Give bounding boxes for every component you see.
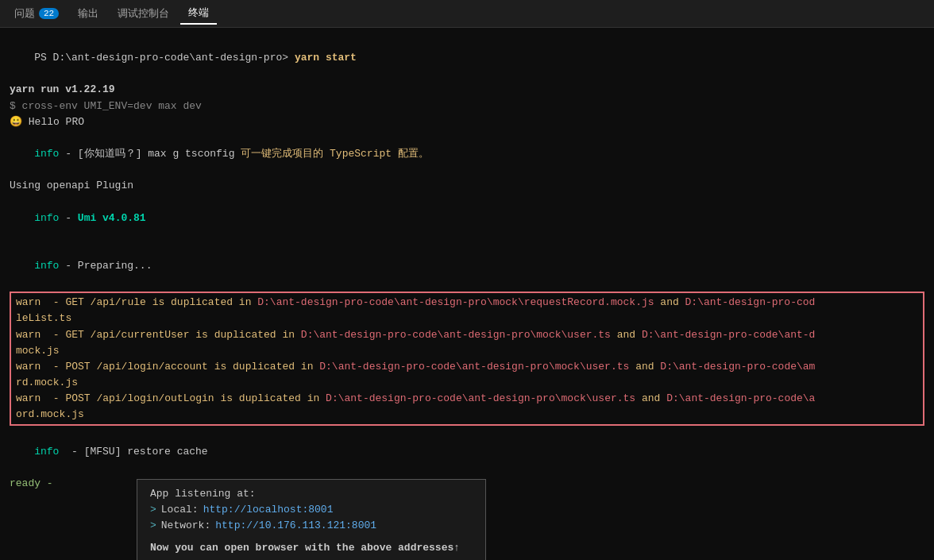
- warn-line: warn - POST /api/login/outLogin is dupli…: [16, 391, 918, 407]
- terminal-body: PS D:\ant-design-pro-code\ant-design-pro…: [0, 28, 934, 560]
- terminal-line: info - Preparing...: [10, 242, 924, 290]
- app-listening-box: App listening at: > Local: http://localh…: [137, 479, 486, 560]
- tab-bar: 问题 22 输出 调试控制台 终端: [0, 0, 934, 28]
- tab-problems-label: 问题: [14, 6, 35, 21]
- ready-label: ready -: [10, 476, 73, 492]
- terminal-line: info - Umi v4.0.81: [10, 194, 924, 241]
- local-url[interactable]: http://localhost:8001: [203, 502, 334, 518]
- terminal-line: PS D:\ant-design-pro-code\ant-design-pro…: [10, 34, 924, 82]
- network-url-line: > Network: http://10.176.113.121:8001: [150, 518, 473, 534]
- network-url[interactable]: http://10.176.113.121:8001: [215, 518, 376, 534]
- warn-line: warn - GET /api/rule is duplicated in D:…: [16, 295, 918, 311]
- warn-line: rd.mock.js: [16, 375, 918, 391]
- warn-line: ord.mock.js: [16, 407, 918, 423]
- tab-output[interactable]: 输出: [70, 3, 106, 24]
- ready-app-row: ready - App listening at: > Local: http:…: [10, 476, 924, 560]
- terminal-line: yarn run v1.22.19: [10, 82, 924, 98]
- warn-box: warn - GET /api/rule is duplicated in D:…: [10, 292, 924, 426]
- local-label: Local:: [161, 502, 199, 518]
- warn-line: warn - POST /api/login/account is duplic…: [16, 359, 918, 375]
- tab-output-label: 输出: [78, 6, 98, 21]
- tab-problems[interactable]: 问题 22: [6, 3, 67, 24]
- local-url-line: > Local: http://localhost:8001: [150, 502, 473, 518]
- app-listening-title: App listening at:: [150, 486, 473, 502]
- tab-debug-label: 调试控制台: [118, 6, 169, 21]
- tab-debug[interactable]: 调试控制台: [110, 3, 177, 24]
- problems-badge: 22: [39, 8, 59, 19]
- terminal-line: 😀 Hello PRO: [10, 114, 924, 130]
- terminal-line: info - [你知道吗？] max g tsconfig 可一键完成项目的 T…: [10, 130, 924, 178]
- terminal-line: Using openapi Plugin: [10, 178, 924, 194]
- cta-text: Now you can open browser with the above …: [150, 540, 473, 556]
- warn-line: warn - GET /api/currentUser is duplicate…: [16, 327, 918, 343]
- terminal-line: $ cross-env UMI_ENV=dev max dev: [10, 98, 924, 114]
- tab-terminal-label: 终端: [188, 6, 209, 20]
- warn-line: leList.ts: [16, 311, 918, 326]
- terminal-line: info - [MFSU] restore cache: [10, 427, 924, 475]
- network-label: Network:: [161, 518, 210, 534]
- warn-line: mock.js: [16, 343, 918, 359]
- tab-terminal[interactable]: 终端: [180, 2, 217, 25]
